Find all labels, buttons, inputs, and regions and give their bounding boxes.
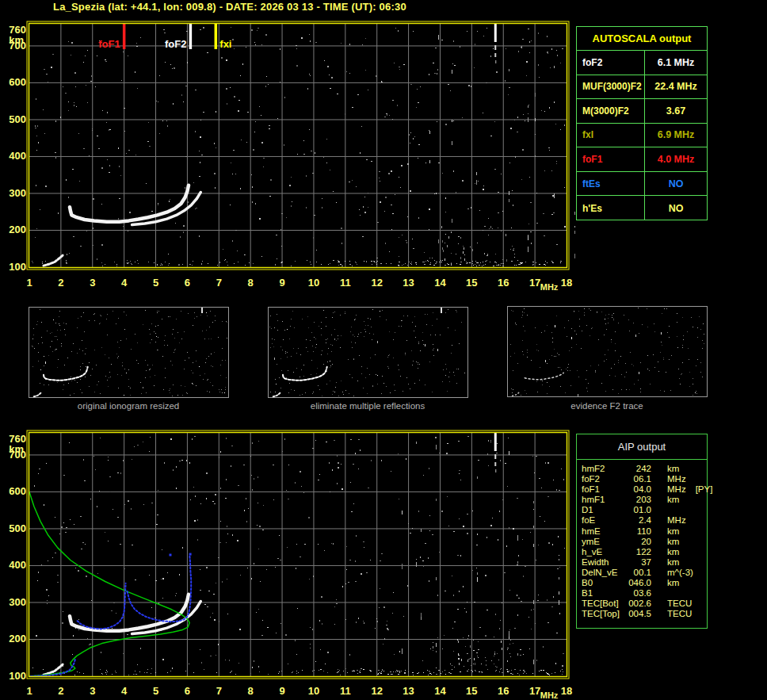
height-tick-label: 500: [9, 113, 26, 125]
aip-unit-cell: MHz[PY]: [651, 484, 712, 495]
freq-tick-label: 18: [561, 685, 572, 697]
panel-border-outer: [27, 21, 569, 270]
aip-lbl: TEC[Bot]: [582, 599, 628, 609]
aip-lbl: foF2: [582, 474, 628, 484]
aip-unit-cell: TECU: [651, 609, 707, 619]
freq-tick-label: 8: [248, 277, 254, 289]
aip-unit-cell: TECU: [651, 599, 707, 609]
aip-row-foF2: foF206.1MHz: [582, 474, 707, 484]
rf-interference-streak: [494, 24, 497, 63]
aip-unit-cell: km: [651, 495, 707, 505]
aip-row-TEC[Bot]: TEC[Bot]002.6TECU: [582, 599, 707, 609]
aip-lbl: ymE: [582, 537, 628, 547]
aip-unit-cell: MHz: [651, 515, 707, 526]
aip-lbl: hmE: [582, 526, 628, 537]
aip-u: km: [667, 526, 679, 536]
grid: [29, 433, 567, 676]
freq-tick-label: 14: [434, 277, 446, 289]
freq-tick-label: 7: [216, 277, 222, 289]
aip-val: 06.1: [628, 474, 651, 484]
thumbnail-border: [508, 307, 708, 397]
aip-row-ymE: ymE20km: [582, 537, 707, 547]
aip-lbl: hmF1: [582, 495, 628, 505]
height-axis-unit: km: [9, 443, 24, 455]
freq-tick-label: 1: [26, 685, 32, 697]
freq-tick-label: 3: [90, 685, 95, 697]
freq-tick-label: 17: [529, 277, 540, 289]
aip-note: [PY]: [696, 484, 713, 494]
aip-lbl: D1: [582, 505, 628, 515]
aip-row-DelN_vE: DelN_vE00.1m^(-3): [582, 568, 707, 578]
autoscala-row-fxI: fxI6.9 MHz: [577, 124, 707, 148]
aip-val: 01.0: [628, 505, 651, 515]
freq-tick-label: 11: [340, 277, 351, 289]
freq-tick-label: 16: [498, 277, 509, 289]
autoscala-screen: La_Spezia (lat: +44.1, lon: 009.8) - DAT…: [0, 0, 767, 700]
aip-unit-cell: km: [651, 557, 707, 568]
aip-u: m^(-3): [667, 568, 693, 577]
parameter-value: 3.67: [644, 99, 707, 123]
parameter-label: fxI: [577, 124, 644, 147]
reconstructed-trace-f1-segment: [78, 583, 126, 629]
foF1-marker-label: foF1: [98, 38, 120, 50]
processing-thumbnail-1: [29, 308, 229, 398]
aip-u: TECU: [667, 599, 692, 608]
aip-val: 122: [628, 547, 651, 557]
autoscala-output-table: AUTOSCALA output foF26.1 MHzMUF(3000)F22…: [576, 26, 708, 220]
aip-unit-cell: [651, 505, 707, 515]
autoscala-row-foF1: foF14.0 MHz: [577, 147, 707, 172]
freq-tick-label: 15: [466, 685, 477, 697]
parameter-label: foF1: [577, 147, 644, 171]
electron-density-profile: [29, 492, 189, 676]
height-tick-label: 600: [9, 76, 26, 88]
freq-tick-label: 7: [216, 685, 222, 697]
parameter-value: 4.0 MHz: [644, 147, 707, 171]
freq-tick-label: 10: [308, 277, 319, 289]
aip-val: 242: [628, 464, 651, 474]
height-tick-label: 300: [9, 596, 26, 608]
aip-val: 002.6: [628, 599, 651, 609]
freq-tick-label: 17: [529, 685, 540, 697]
height-tick-label: 500: [9, 522, 26, 534]
freq-axis-unit: MHz: [540, 690, 559, 700]
aip-lbl: B0: [582, 578, 628, 588]
freq-tick-label: 4: [121, 277, 128, 289]
aip-row-hmF1: hmF1203km: [582, 495, 707, 505]
thumbnail-caption-3: evidence F2 trace: [507, 401, 707, 411]
freq-tick-label: 2: [58, 277, 63, 289]
aip-val: 004.5: [628, 609, 651, 619]
aip-u: km: [667, 547, 679, 557]
autoscala-table-rows: foF26.1 MHzMUF(3000)F222.4 MHzM(3000)F23…: [577, 51, 707, 220]
freq-tick-label: 2: [58, 685, 63, 697]
aip-row-hmE: hmE110km: [582, 526, 707, 537]
aip-row-B1: B103.6: [582, 588, 707, 599]
aip-val: 110: [628, 526, 651, 537]
parameter-value: 6.1 MHz: [644, 51, 707, 75]
aip-row-foE: foE2.4MHz: [582, 515, 707, 526]
freq-tick-label: 5: [153, 685, 158, 697]
autoscala-table-title: AUTOSCALA output: [577, 27, 707, 51]
height-tick-label: 100: [9, 261, 26, 273]
freq-tick-label: 11: [340, 685, 351, 697]
aip-val: 03.6: [628, 588, 651, 599]
aip-u: km: [667, 557, 679, 567]
freq-tick-label: 9: [279, 277, 284, 289]
freq-tick-label: 6: [185, 685, 190, 697]
aip-val: 00.1: [628, 568, 651, 578]
processing-thumbnail-3: [508, 307, 708, 397]
parameter-label: ftEs: [577, 172, 644, 196]
aip-lbl: Ewidth: [582, 557, 628, 568]
aip-unit-cell: m^(-3): [651, 568, 707, 578]
aip-unit-cell: [651, 588, 707, 599]
parameter-value: 6.9 MHz: [644, 124, 707, 147]
aip-val: 046.0: [628, 578, 651, 588]
panel-border-inner: [29, 24, 567, 268]
aip-unit-cell: km: [651, 464, 707, 474]
aip-lbl: DelN_vE: [582, 568, 628, 578]
aip-row-D1: D101.0: [582, 505, 707, 515]
aip-val: 04.0: [628, 484, 651, 495]
parameter-label: foF2: [577, 51, 644, 75]
freq-tick-label: 13: [403, 277, 414, 289]
aip-u: MHz: [667, 484, 686, 494]
aip-row-hmF2: hmF2242km: [582, 464, 707, 474]
